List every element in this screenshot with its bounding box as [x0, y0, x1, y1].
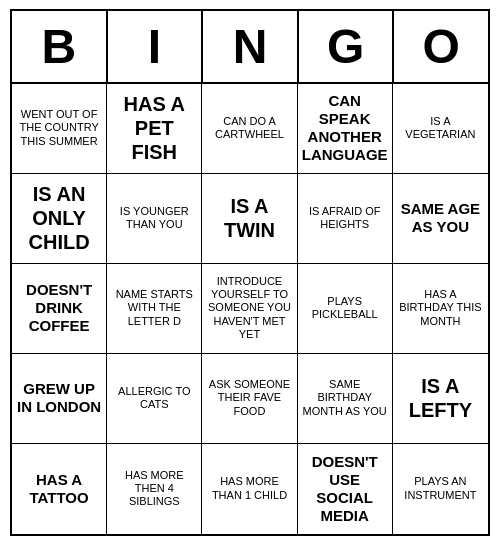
- cell-text-5: IS AN ONLY CHILD: [16, 182, 102, 254]
- bingo-cell-15: GREW UP IN LONDON: [12, 354, 107, 444]
- bingo-cell-11: NAME STARTS WITH THE LETTER D: [107, 264, 202, 354]
- bingo-cell-10: DOESN'T DRINK COFFEE: [12, 264, 107, 354]
- cell-text-7: IS A TWIN: [206, 194, 292, 242]
- cell-text-11: NAME STARTS WITH THE LETTER D: [111, 288, 197, 328]
- cell-text-14: HAS A BIRTHDAY THIS MONTH: [397, 288, 484, 328]
- bingo-cell-9: SAME AGE AS YOU: [393, 174, 488, 264]
- cell-text-3: CAN SPEAK ANOTHER LANGUAGE: [302, 92, 388, 164]
- bingo-cell-22: HAS MORE THAN 1 CHILD: [202, 444, 297, 534]
- bingo-cell-7: IS A TWIN: [202, 174, 297, 264]
- cell-text-9: SAME AGE AS YOU: [397, 200, 484, 236]
- cell-text-6: IS YOUNGER THAN YOU: [111, 205, 197, 231]
- bingo-card: BINGO WENT OUT OF THE COUNTRY THIS SUMME…: [10, 9, 490, 536]
- header-letter-i: I: [108, 11, 204, 82]
- cell-text-15: GREW UP IN LONDON: [16, 380, 102, 416]
- bingo-header: BINGO: [12, 11, 488, 84]
- bingo-cell-3: CAN SPEAK ANOTHER LANGUAGE: [298, 84, 393, 174]
- cell-text-19: IS A LEFTY: [397, 374, 484, 422]
- header-letter-g: G: [299, 11, 395, 82]
- cell-text-20: HAS A TATTOO: [16, 471, 102, 507]
- bingo-cell-23: DOESN'T USE SOCIAL MEDIA: [298, 444, 393, 534]
- bingo-cell-6: IS YOUNGER THAN YOU: [107, 174, 202, 264]
- cell-text-17: ASK SOMEONE THEIR FAVE FOOD: [206, 378, 292, 418]
- cell-text-0: WENT OUT OF THE COUNTRY THIS SUMMER: [16, 108, 102, 148]
- header-letter-o: O: [394, 11, 488, 82]
- cell-text-23: DOESN'T USE SOCIAL MEDIA: [302, 453, 388, 525]
- cell-text-21: HAS MORE THEN 4 SIBLINGS: [111, 469, 197, 509]
- header-letter-n: N: [203, 11, 299, 82]
- bingo-cell-21: HAS MORE THEN 4 SIBLINGS: [107, 444, 202, 534]
- bingo-cell-2: CAN DO A CARTWHEEL: [202, 84, 297, 174]
- bingo-cell-12: INTRODUCE YOURSELF TO SOMEONE YOU HAVEN'…: [202, 264, 297, 354]
- bingo-cell-24: PLAYS AN INSTRUMENT: [393, 444, 488, 534]
- bingo-cell-13: PLAYS PICKLEBALL: [298, 264, 393, 354]
- bingo-cell-8: IS AFRAID OF HEIGHTS: [298, 174, 393, 264]
- cell-text-22: HAS MORE THAN 1 CHILD: [206, 475, 292, 501]
- cell-text-13: PLAYS PICKLEBALL: [302, 295, 388, 321]
- bingo-cell-18: Same birthday month as you: [298, 354, 393, 444]
- bingo-cell-20: HAS A TATTOO: [12, 444, 107, 534]
- header-letter-b: B: [12, 11, 108, 82]
- bingo-cell-16: ALLERGIC TO CATS: [107, 354, 202, 444]
- bingo-grid: WENT OUT OF THE COUNTRY THIS SUMMERHAS A…: [12, 84, 488, 534]
- cell-text-4: IS A VEGETARIAN: [397, 115, 484, 141]
- bingo-cell-14: HAS A BIRTHDAY THIS MONTH: [393, 264, 488, 354]
- cell-text-16: ALLERGIC TO CATS: [111, 385, 197, 411]
- cell-text-10: DOESN'T DRINK COFFEE: [16, 281, 102, 335]
- cell-text-18: Same birthday month as you: [302, 378, 388, 418]
- cell-text-12: INTRODUCE YOURSELF TO SOMEONE YOU HAVEN'…: [206, 275, 292, 341]
- bingo-cell-17: ASK SOMEONE THEIR FAVE FOOD: [202, 354, 297, 444]
- cell-text-1: HAS A PET FISH: [111, 92, 197, 164]
- bingo-cell-0: WENT OUT OF THE COUNTRY THIS SUMMER: [12, 84, 107, 174]
- cell-text-2: CAN DO A CARTWHEEL: [206, 115, 292, 141]
- cell-text-24: PLAYS AN INSTRUMENT: [397, 475, 484, 501]
- cell-text-8: IS AFRAID OF HEIGHTS: [302, 205, 388, 231]
- bingo-cell-1: HAS A PET FISH: [107, 84, 202, 174]
- bingo-cell-5: IS AN ONLY CHILD: [12, 174, 107, 264]
- bingo-cell-19: IS A LEFTY: [393, 354, 488, 444]
- bingo-cell-4: IS A VEGETARIAN: [393, 84, 488, 174]
